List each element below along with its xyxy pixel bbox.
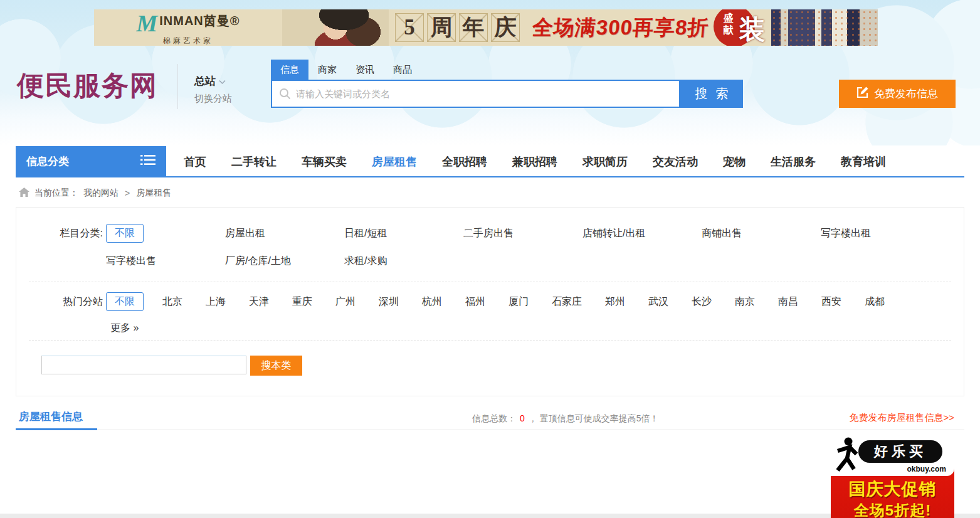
header: 便民服务网 总站 切换分站 信息商家资讯商品 搜索 — [0, 56, 980, 146]
banner-seal: 盛 献 装 — [709, 9, 771, 46]
nav-item[interactable]: 教育培训 — [828, 146, 898, 176]
nav-item[interactable]: 求职简历 — [570, 146, 640, 176]
city-any-button[interactable]: 不限 — [106, 292, 144, 311]
search-tab[interactable]: 资讯 — [346, 60, 384, 80]
site-logo[interactable]: 便民服务网 — [17, 68, 158, 104]
city-filter-item[interactable]: 石家庄 — [552, 295, 582, 309]
home-icon — [19, 188, 29, 199]
publish-button-label: 免费发布信息 — [874, 87, 938, 101]
listing-title: 房屋租售信息 — [16, 408, 97, 430]
more-cities-link[interactable]: 更多 » — [110, 319, 154, 337]
breadcrumb-prefix: 当前位置： — [34, 188, 78, 199]
category-filter-item[interactable]: 房屋出租 — [225, 224, 344, 243]
search-area: 信息商家资讯商品 搜索 — [271, 60, 743, 108]
city-filter-item[interactable]: 成都 — [865, 295, 885, 309]
banner-promo-text: 全场满300再享8折 — [531, 14, 710, 42]
city-filter-item[interactable]: 天津 — [249, 295, 269, 309]
category-filter-list: 不限 房屋出租日租/短租二手房出售店铺转让/出租商铺出售写字楼出租写字楼出售厂房… — [106, 224, 946, 279]
switch-station-link[interactable]: 切换分站 — [194, 93, 232, 105]
station-label: 总站 — [194, 74, 216, 88]
listing-header: 房屋租售信息 信息总数：0， 置顶信息可使成交率提高5倍！ 免费发布房屋租售信息… — [16, 408, 964, 430]
side-ad[interactable]: 好乐买 okbuy.com 国庆大促销 全场5折起! — [831, 436, 954, 518]
banner-seal-char2: 献 — [721, 24, 735, 36]
city-filter-item[interactable]: 南昌 — [778, 295, 798, 309]
banner-model-photo — [282, 9, 389, 46]
city-filter-item[interactable]: 南京 — [735, 295, 755, 309]
top-banner-ad[interactable]: MINMAN茵曼® 棉麻艺术家 Craftsmen for linen&cott… — [94, 9, 878, 46]
class-search-button[interactable]: 搜本类 — [250, 356, 302, 376]
city-filter-list: 北京上海天津重庆广州深圳杭州福州厦门石家庄郑州武汉长沙南京南昌西安成都 — [162, 295, 885, 309]
city-filter-item[interactable]: 福州 — [465, 295, 485, 309]
city-filter-item[interactable]: 重庆 — [292, 295, 312, 309]
search-input[interactable] — [272, 81, 679, 107]
nav-items: 首页二手转让车辆买卖房屋租售全职招聘兼职招聘求职简历交友活动宠物生活服务教育培训 — [171, 146, 898, 176]
category-filter-item[interactable]: 二手房出售 — [463, 224, 582, 243]
category-any-button[interactable]: 不限 — [106, 224, 144, 243]
banner-seal-big-char: 装 — [739, 12, 765, 46]
banner-brand-slogan-en: Craftsmen for linen&cotton — [94, 45, 282, 46]
city-filter-item[interactable]: 武汉 — [648, 295, 668, 309]
search-button[interactable]: 搜索 — [680, 80, 743, 108]
search-tab[interactable]: 商家 — [308, 60, 346, 80]
side-ad-header: 好乐买 okbuy.com — [831, 436, 954, 476]
nav-item[interactable]: 交友活动 — [640, 146, 710, 176]
nav-item[interactable]: 生活服务 — [758, 146, 828, 176]
city-filter-item[interactable]: 杭州 — [422, 295, 442, 309]
side-ad-brand: 好乐买 — [858, 440, 942, 463]
total-count: 0 — [520, 413, 525, 423]
nav-item[interactable]: 首页 — [171, 146, 219, 176]
city-filter-item[interactable]: 郑州 — [605, 295, 625, 309]
category-filter-item[interactable]: 日租/短租 — [344, 224, 463, 243]
search-tabs: 信息商家资讯商品 — [271, 60, 743, 80]
search-box — [271, 80, 680, 108]
category-menu-button[interactable]: 信息分类 — [16, 146, 166, 176]
nav-item[interactable]: 宠物 — [710, 146, 758, 176]
banner-brand-name: INMAN茵曼® — [159, 14, 240, 28]
city-filter-item[interactable]: 上海 — [206, 295, 226, 309]
nav-item[interactable]: 车辆买卖 — [289, 146, 359, 176]
category-filter-item[interactable]: 写字楼出租 — [821, 224, 940, 243]
city-filter-item[interactable]: 深圳 — [379, 295, 399, 309]
banner-brand-monogram: M — [136, 10, 157, 36]
banner-anniversary-char: 年 — [459, 13, 488, 42]
city-filter-item[interactable]: 广州 — [335, 295, 356, 309]
city-filter-item[interactable]: 北京 — [162, 295, 182, 309]
header-divider — [177, 64, 178, 109]
class-search-input[interactable] — [41, 356, 246, 374]
banner-seal-char1: 盛 — [721, 12, 735, 24]
page: MINMAN茵曼® 棉麻艺术家 Craftsmen for linen&cott… — [0, 0, 980, 518]
listing-stats: 信息总数：0， 置顶信息可使成交率提高5倍！ — [472, 413, 658, 425]
banner-anniversary-char: 庆 — [491, 13, 520, 42]
publish-listing-link[interactable]: 免费发布房屋租售信息>> — [849, 412, 954, 424]
breadcrumb: 当前位置： 我的网站 > 房屋租售 — [19, 188, 171, 199]
nav-item[interactable]: 房屋租售 — [359, 146, 429, 176]
search-tab[interactable]: 信息 — [271, 60, 308, 80]
banner-clothes-photo — [771, 9, 878, 46]
city-filter-item[interactable]: 厦门 — [508, 295, 529, 309]
category-filter-item[interactable]: 厂房/仓库/土地 — [225, 251, 344, 270]
category-filter-item[interactable]: 写字楼出售 — [106, 251, 225, 270]
category-menu-label: 信息分类 — [26, 154, 69, 169]
list-icon — [140, 154, 155, 169]
banner-anniversary: 5周年庆 — [389, 9, 532, 46]
total-suffix: ， 置顶信息可使成交率提高5倍！ — [529, 413, 659, 423]
search-tab[interactable]: 商品 — [384, 60, 421, 80]
publish-info-button[interactable]: 免费发布信息 — [839, 80, 956, 108]
city-filter-item[interactable]: 长沙 — [692, 295, 712, 309]
filter-panel: 栏目分类: 不限 房屋出租日租/短租二手房出售店铺转让/出租商铺出售写字楼出租写… — [16, 207, 964, 396]
side-ad-promo-line2: 全场5折起! — [831, 500, 954, 518]
city-filter-item[interactable]: 西安 — [821, 295, 841, 309]
side-ad-promo-line1: 国庆大促销 — [831, 478, 954, 500]
station-selector[interactable]: 总站 — [194, 74, 226, 88]
category-filter-item[interactable]: 求租/求购 — [344, 251, 463, 270]
category-filter-item[interactable]: 商铺出售 — [702, 224, 821, 243]
nav-item[interactable]: 二手转让 — [219, 146, 289, 176]
nav-item[interactable]: 全职招聘 — [429, 146, 500, 176]
banner-anniversary-char: 周 — [427, 13, 456, 42]
nav-item[interactable]: 兼职招聘 — [500, 146, 570, 176]
banner-anniversary-char: 5 — [395, 13, 424, 42]
side-ad-domain: okbuy.com — [907, 465, 946, 473]
category-filter-item[interactable]: 店铺转让/出租 — [582, 224, 702, 243]
banner-brand-slogan-cn: 棉麻艺术家 — [94, 37, 282, 45]
breadcrumb-site-link[interactable]: 我的网站 — [83, 188, 119, 199]
